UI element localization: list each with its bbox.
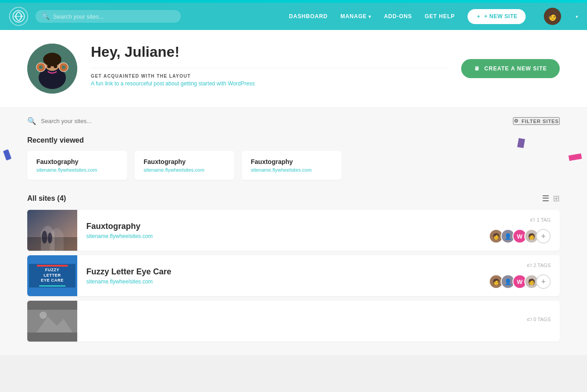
site-name-fauxtography: Fauxtography [86,222,480,231]
svg-point-10 [54,65,57,68]
site-thumbnail-placeholder [27,301,77,342]
top-bar [0,0,587,3]
site-url-fauxtography: sitename.flywheelsites.com [86,233,480,239]
recently-viewed-grid: Fauxtography sitename.flywheelsites.com … [27,151,560,180]
site-row-placeholder[interactable]: 🏷 0 TAGS [27,301,560,342]
svg-point-8 [62,65,65,69]
tag-icon-2: 🏷 [527,263,532,268]
sites-search-bar: 🔍 ⚙ FILTER SITES [27,117,560,125]
site-info-fauxtography: Fauxtography sitename.flywheelsites.com [77,215,489,246]
site-thumbnail-fuzzy: FUZZYLETTEREYE CARE [27,255,77,296]
view-toggle: ☰ ⊞ [542,194,560,203]
recent-card-title-2: Fauxtography [144,158,225,165]
site-right-fauxtography: 🏷 1 TAG 🧑 👤 W 🧑 + [489,217,551,243]
profile-subtitle: GET ACQUAINTED WITH THE LAYOUT [91,74,448,79]
sites-search-icon: 🔍 [27,117,36,125]
profile-avatar [27,44,77,94]
navbar: 🔍 DASHBOARD MANAGE ▾ ADD-ONS GET HELP ＋ … [0,3,587,30]
nav-gethelp[interactable]: GET HELP [425,13,455,20]
manage-chevron-icon: ▾ [368,14,371,19]
svg-point-6 [39,65,43,69]
list-view-button[interactable]: ☰ [542,194,549,203]
recently-viewed-title: Recently viewed [27,136,560,144]
sites-section: 🔍 ⚙ FILTER SITES Recently viewed Fauxtog… [0,108,587,355]
grid-view-button[interactable]: ⊞ [553,194,560,203]
create-new-site-button[interactable]: 🖥 CREATE A NEW SITE [461,59,560,78]
add-team-member-button-2[interactable]: + [536,274,551,289]
all-sites-title: All sites (4) [27,194,542,203]
site-right-placeholder: 🏷 0 TAGS [527,317,551,326]
recent-card-2[interactable]: Fauxtography sitename.flywheelsites.com [134,151,234,180]
all-sites-section: All sites (4) ☰ ⊞ [27,194,560,342]
nav-new-site-button[interactable]: ＋ + NEW SITE [468,9,526,24]
svg-point-17 [40,312,47,319]
nav-search-icon: 🔍 [42,13,50,20]
svg-point-9 [47,65,51,68]
recent-card-3[interactable]: Fauxtography sitename.flywheelsites.com [242,151,342,180]
nav-manage[interactable]: MANAGE ▾ [340,13,371,20]
site-tag-fauxtography: 🏷 1 TAG [530,217,551,223]
recently-viewed-section: Recently viewed Fauxtography sitename.fl… [27,136,560,180]
nav-logo[interactable] [9,7,28,26]
svg-point-4 [43,53,61,66]
tag-icon-3: 🏷 [527,317,532,322]
nav-dashboard[interactable]: DASHBOARD [289,13,328,20]
nav-search-input[interactable] [53,13,174,20]
add-team-member-button[interactable]: + [536,229,551,243]
site-info-placeholder [77,314,527,328]
tag-icon: 🏷 [530,217,535,223]
site-right-fuzzy: 🏷 2 TAGS 🧑 👤 W 🧑 + [489,263,551,289]
nav-links: DASHBOARD MANAGE ▾ ADD-ONS GET HELP ＋ + … [289,8,578,25]
profile-info: Hey, Juliane! GET ACQUAINTED WITH THE LA… [91,44,448,87]
plus-icon: ＋ [476,13,482,20]
svg-point-14 [48,233,52,243]
avatar-chevron-icon[interactable]: ▾ [576,14,578,19]
recent-card-url-3: sitename.flywheelsites.com [251,167,333,173]
recent-card-title-1: Fauxtography [36,158,118,165]
site-thumbnail-fauxtography [27,210,77,251]
nav-addons[interactable]: ADD-ONS [384,13,412,20]
avatar[interactable]: 🧑 [544,8,561,25]
site-tag-placeholder: 🏷 0 TAGS [527,317,551,322]
browser-icon: 🖥 [474,65,480,72]
all-sites-count: (4) [57,194,66,202]
avatar-group-fuzzy: 🧑 👤 W 🧑 + [489,274,551,289]
recent-card-url-1: sitename.flywheelsites.com [36,167,118,173]
profile-greeting: Hey, Juliane! [91,44,448,60]
site-row-fuzzy[interactable]: FUZZYLETTEREYE CARE Fuzzy Letter Eye Car… [27,255,560,296]
site-row-fauxtography[interactable]: Fauxtography sitename.flywheelsites.com … [27,210,560,251]
filter-icon: ⚙ [514,118,519,124]
avatar-group-fauxtography: 🧑 👤 W 🧑 + [489,229,551,243]
recent-card-url-2: sitename.flywheelsites.com [144,167,225,173]
nav-search-bar[interactable]: 🔍 [35,10,181,23]
sites-search-input[interactable] [41,118,508,124]
recent-card-1[interactable]: Fauxtography sitename.flywheelsites.com [27,151,127,180]
profile-sublink[interactable]: A fun link to a resourceful post about g… [91,80,448,87]
site-url-fuzzy: sitename.flywheelsites.com [86,278,480,285]
hero-section: Hey, Juliane! GET ACQUAINTED WITH THE LA… [0,30,587,108]
recent-card-title-3: Fauxtography [251,158,333,165]
profile-subtext: GET ACQUAINTED WITH THE LAYOUT A fun lin… [91,68,448,87]
avatar-emoji: 🧑 [547,11,557,21]
site-tag-fuzzy: 🏷 2 TAGS [527,263,551,268]
svg-point-13 [42,231,47,243]
all-sites-header: All sites (4) ☰ ⊞ [27,194,560,203]
site-info-fuzzy: Fuzzy Letter Eye Care sitename.flywheels… [77,261,489,291]
site-name-fuzzy: Fuzzy Letter Eye Care [86,267,480,277]
filter-sites-button[interactable]: ⚙ FILTER SITES [513,117,560,125]
